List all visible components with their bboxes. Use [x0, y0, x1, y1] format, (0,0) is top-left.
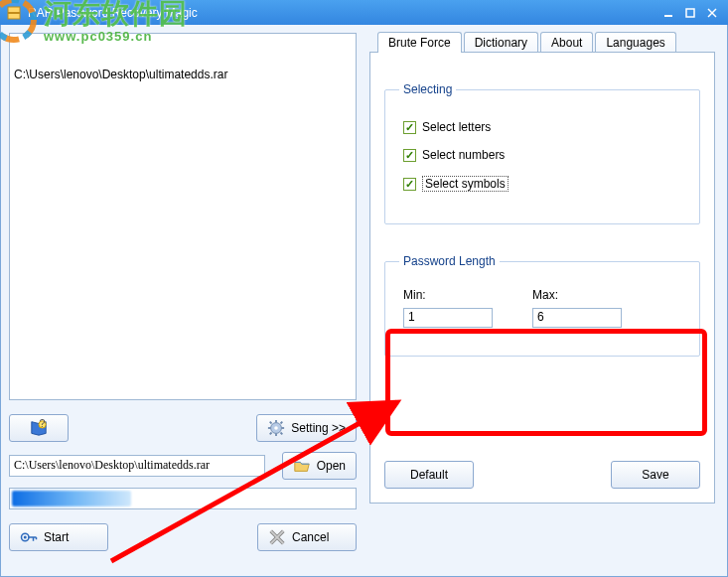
app-icon: [6, 5, 22, 21]
file-path-value: C:\Users\lenovo\Desktop\ultimatedds.rar: [14, 458, 210, 472]
tab-label: Dictionary: [475, 36, 527, 50]
close-button[interactable]: [702, 5, 722, 21]
checkbox-numbers[interactable]: ✓: [403, 149, 416, 162]
max-input[interactable]: 6: [532, 308, 622, 328]
min-input[interactable]: 1: [403, 308, 493, 328]
window-titlebar: RAR Password Recovery Magic: [0, 0, 728, 25]
tab-label: Brute Force: [388, 36, 451, 50]
tab-label: Languages: [606, 36, 664, 50]
label-select-symbols: Select symbols: [422, 176, 509, 192]
file-list-item[interactable]: C:\Users\lenovo\Desktop\ultimatedds.rar: [14, 68, 352, 81]
cancel-x-icon: [268, 528, 286, 546]
tab-label: About: [551, 36, 582, 50]
minimize-button[interactable]: [658, 5, 678, 21]
selecting-legend: Selecting: [399, 82, 456, 96]
left-panel: C:\Users\lenovo\Desktop\ultimatedds.rar …: [1, 25, 359, 576]
file-list[interactable]: C:\Users\lenovo\Desktop\ultimatedds.rar: [9, 33, 357, 400]
setting-button[interactable]: Setting >>: [256, 414, 357, 442]
svg-text:?: ?: [40, 419, 46, 429]
svg-point-9: [274, 426, 278, 430]
svg-line-15: [281, 433, 283, 435]
help-button[interactable]: ?: [9, 414, 69, 442]
svg-line-14: [270, 422, 272, 424]
save-button[interactable]: Save: [611, 461, 700, 489]
groupbox-selecting: Selecting ✓ Select letters ✓ Select numb…: [384, 82, 700, 224]
max-value: 6: [537, 310, 544, 324]
checkbox-letters[interactable]: ✓: [403, 121, 416, 134]
window-title: RAR Password Recovery Magic: [28, 6, 658, 20]
default-button[interactable]: Default: [384, 461, 474, 489]
tab-dictionary[interactable]: Dictionary: [464, 32, 538, 53]
progress-fill: [12, 491, 131, 506]
save-label: Save: [642, 468, 668, 482]
svg-rect-1: [8, 12, 20, 14]
cancel-label: Cancel: [292, 530, 329, 544]
min-value: 1: [408, 310, 415, 324]
min-label: Min:: [403, 288, 493, 302]
svg-line-17: [270, 433, 272, 435]
open-label: Open: [317, 459, 346, 473]
svg-rect-3: [686, 9, 694, 17]
start-label: Start: [44, 530, 69, 544]
password-length-legend: Password Length: [399, 254, 500, 268]
checkbox-symbols[interactable]: ✓: [403, 178, 416, 191]
right-panel: Brute Force Dictionary About Languages S…: [369, 25, 723, 576]
tab-brute-force[interactable]: Brute Force: [377, 32, 462, 53]
progress-display: [9, 488, 357, 509]
tab-strip: Brute Force Dictionary About Languages: [369, 31, 723, 52]
client-area: C:\Users\lenovo\Desktop\ultimatedds.rar …: [0, 25, 728, 577]
file-path-input[interactable]: C:\Users\lenovo\Desktop\ultimatedds.rar: [9, 455, 265, 477]
maximize-button[interactable]: [680, 5, 700, 21]
max-label: Max:: [532, 288, 622, 302]
tab-page-brute-force: Selecting ✓ Select letters ✓ Select numb…: [369, 52, 715, 504]
start-button[interactable]: Start: [9, 523, 108, 551]
folder-open-icon: [293, 457, 311, 475]
label-select-numbers: Select numbers: [422, 148, 505, 162]
key-icon: [20, 528, 38, 546]
book-help-icon: ?: [30, 419, 48, 437]
label-select-letters: Select letters: [422, 120, 491, 134]
groupbox-password-length: Password Length Min: 1 Max: 6: [384, 254, 700, 357]
open-button[interactable]: Open: [282, 452, 357, 480]
cancel-button[interactable]: Cancel: [257, 523, 357, 551]
gear-icon: [267, 419, 285, 437]
svg-point-19: [24, 536, 27, 539]
setting-label: Setting >>: [291, 421, 346, 435]
default-label: Default: [410, 468, 448, 482]
tab-languages[interactable]: Languages: [595, 32, 675, 53]
svg-line-16: [281, 422, 283, 424]
tab-about[interactable]: About: [540, 32, 593, 53]
